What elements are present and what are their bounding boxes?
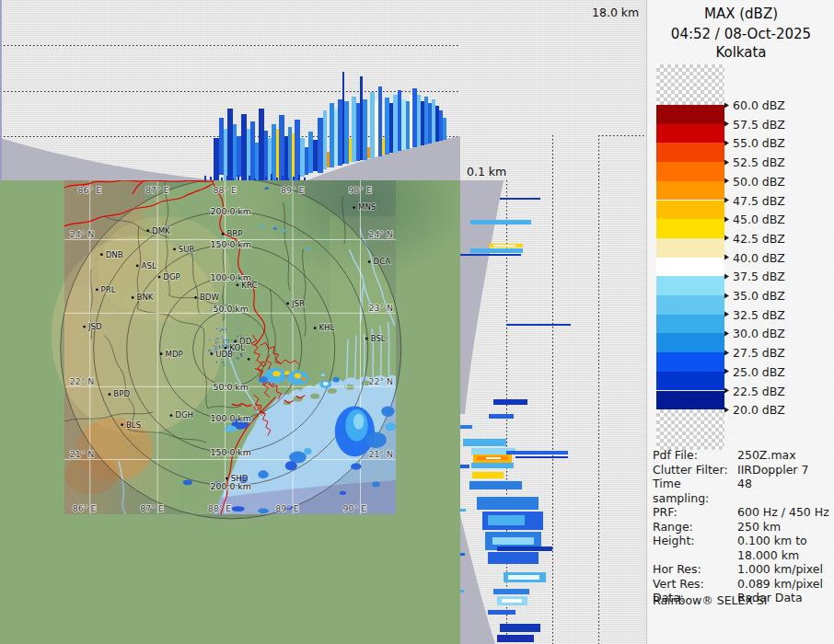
clutter-speck xyxy=(210,351,211,352)
legend-label: 52.5 dBZ xyxy=(724,155,785,169)
profile-bar xyxy=(378,86,382,156)
legend-swatch xyxy=(656,219,724,238)
station-dot xyxy=(353,206,355,209)
profile-bar xyxy=(508,575,539,580)
clutter-speck xyxy=(237,328,237,329)
lon-label: 88° E xyxy=(213,185,237,195)
clutter-speck xyxy=(216,339,217,339)
profile-bar xyxy=(412,88,417,147)
profile-bar xyxy=(363,99,367,160)
profile-bar xyxy=(463,439,506,446)
blind-zone-wedge xyxy=(460,180,504,414)
clutter-speck xyxy=(222,362,223,362)
radar-echo xyxy=(285,461,297,470)
station-label: DGP xyxy=(163,272,180,282)
profile-bar xyxy=(417,95,421,146)
lat-label: 24° N xyxy=(369,229,394,239)
clutter-speck xyxy=(228,340,229,341)
profile-bar xyxy=(488,515,525,525)
clutter-speck xyxy=(223,345,224,346)
clutter-speck xyxy=(219,345,220,346)
clutter-speck xyxy=(226,345,226,346)
profile-bar xyxy=(272,124,276,180)
station-label: DMK xyxy=(152,226,170,236)
profile-bar xyxy=(330,103,334,167)
radar-echo xyxy=(259,376,268,383)
station-dot xyxy=(158,276,161,279)
lon-label: 89° E xyxy=(275,503,299,513)
clutter-speck xyxy=(215,346,216,347)
range-ring-label: 50.0 km xyxy=(214,304,249,314)
metadata-label xyxy=(653,548,737,563)
clutter-speck xyxy=(216,328,217,329)
profile-bar xyxy=(370,92,375,158)
legend-label-text: 27.5 dBZ xyxy=(733,346,785,360)
legend-label: 25.0 dBZ xyxy=(724,364,785,378)
panel-edge-line xyxy=(0,0,2,180)
legend-swatch xyxy=(656,181,724,201)
legend-arrow-icon xyxy=(724,159,729,165)
profile-bar xyxy=(349,138,352,162)
profile-bar xyxy=(327,152,330,167)
profile-bar xyxy=(493,245,515,247)
profile-bar xyxy=(342,72,344,164)
radar-echo xyxy=(321,374,325,376)
clutter-speck xyxy=(227,363,228,364)
station-label: DGH xyxy=(175,410,193,420)
profile-bar xyxy=(492,537,534,545)
clutter-speck xyxy=(215,339,216,340)
profile-bar xyxy=(493,399,527,405)
profile-bar xyxy=(382,138,385,155)
profile-bar xyxy=(489,414,514,419)
ew-height-profile-panel xyxy=(0,0,460,180)
clutter-speck xyxy=(217,338,218,339)
station-label: BSL xyxy=(371,334,386,343)
station-dot xyxy=(146,229,149,232)
metadata-row: PRF:600 Hz / 450 Hz xyxy=(653,505,833,520)
clutter-speck xyxy=(220,328,221,329)
legend-swatch-below-20 xyxy=(656,409,724,450)
legend-arrow-icon xyxy=(724,255,729,260)
metadata-row: Vert Res:0.089 km/pixel xyxy=(653,577,833,592)
metadata-label: PRF: xyxy=(653,505,737,520)
legend-label-text: 60.0 dBZ xyxy=(733,98,785,112)
legend-arrow-icon xyxy=(724,407,729,412)
radar-echo xyxy=(231,506,244,512)
legend-arrow-icon xyxy=(724,236,729,241)
station-dot xyxy=(234,340,237,343)
clutter-speck xyxy=(223,339,224,340)
legend-label: 22.5 dBZ xyxy=(724,384,785,397)
metadata-row: Time sampling:48 xyxy=(653,477,833,505)
legend-label: 30.0 dBZ xyxy=(724,327,785,340)
clutter-speck xyxy=(223,342,224,343)
clutter-speck xyxy=(223,329,224,330)
legend-swatch xyxy=(656,143,724,162)
legend-label-text: 35.0 dBZ xyxy=(733,289,785,303)
station-dot xyxy=(368,260,371,263)
legend-label-text: 20.0 dBZ xyxy=(733,403,785,417)
profile-bar xyxy=(460,425,472,429)
station-dot xyxy=(170,414,173,417)
station-label: UDB xyxy=(215,350,233,359)
clutter-speck xyxy=(222,337,223,338)
clutter-speck xyxy=(226,329,226,330)
profile-bar xyxy=(279,115,284,180)
lon-label: 86° E xyxy=(78,185,102,195)
profile-bar xyxy=(255,143,259,180)
radar-map-panel: DMKDNBSURASLDGPPRLBNKBDWKRCBRPMDPJSDDDKO… xyxy=(0,180,460,644)
profile-bar xyxy=(488,610,515,615)
clutter-speck xyxy=(226,364,227,365)
profile-bar xyxy=(385,98,389,155)
height-axis-min-label: 0.1 km xyxy=(467,165,506,178)
range-ring-label: 100.0 km xyxy=(211,413,251,423)
profile-bar xyxy=(295,120,300,180)
legend-label: 57.5 dBZ xyxy=(724,117,785,131)
metadata-row: 18.000 km xyxy=(653,548,833,563)
station-label: KHL xyxy=(319,323,334,332)
profile-bar xyxy=(460,465,469,468)
clutter-speck xyxy=(241,356,242,357)
lat-label: 21° N xyxy=(369,449,394,459)
legend-label-text: 22.5 dBZ xyxy=(733,384,785,397)
profile-bar xyxy=(250,121,255,180)
metadata-value: 250 km xyxy=(737,520,833,535)
